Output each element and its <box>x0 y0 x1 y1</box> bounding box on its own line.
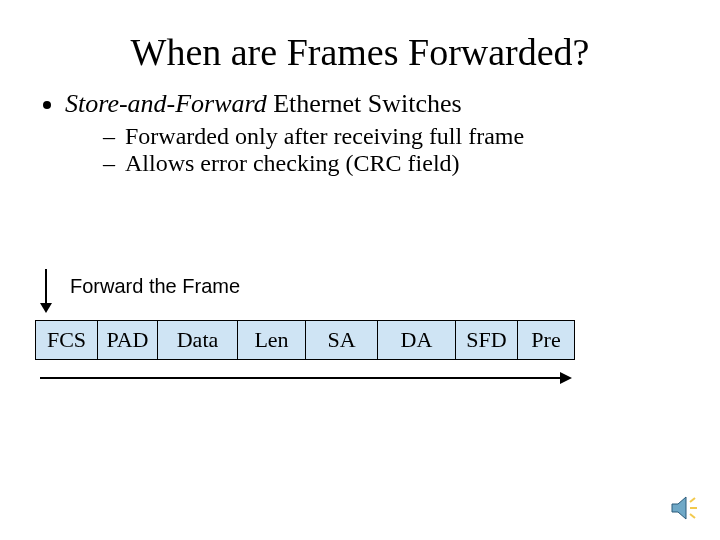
frame-fields-row: FCS PAD Data Len SA DA SFD Pre <box>35 320 575 360</box>
bullet-lead-italic: Store-and-Forward <box>65 89 267 118</box>
bullet-sub-2: Allows error checking (CRC field) <box>103 150 680 177</box>
bullet-sub-list: Forwarded only after receiving full fram… <box>103 123 680 177</box>
field-da: DA <box>378 321 456 359</box>
slide-title: When are Frames Forwarded? <box>40 30 680 74</box>
speaker-icon <box>670 494 702 526</box>
field-pad: PAD <box>98 321 158 359</box>
svg-line-1 <box>690 498 695 502</box>
right-arrow-icon <box>40 377 570 379</box>
bullet-lead-rest: Ethernet Switches <box>267 89 462 118</box>
bullet-sub-1: Forwarded only after receiving full fram… <box>103 123 680 150</box>
svg-line-3 <box>690 514 695 518</box>
field-data: Data <box>158 321 238 359</box>
field-len: Len <box>238 321 306 359</box>
forward-label: Forward the Frame <box>70 275 240 298</box>
field-sfd: SFD <box>456 321 518 359</box>
bullet-main: Store-and-Forward Ethernet Switches Forw… <box>65 89 680 177</box>
field-fcs: FCS <box>36 321 98 359</box>
down-arrow-icon <box>45 269 47 311</box>
field-sa: SA <box>306 321 378 359</box>
field-pre: Pre <box>518 321 574 359</box>
bullet-list: Store-and-Forward Ethernet Switches Forw… <box>65 89 680 177</box>
svg-marker-0 <box>672 497 686 519</box>
